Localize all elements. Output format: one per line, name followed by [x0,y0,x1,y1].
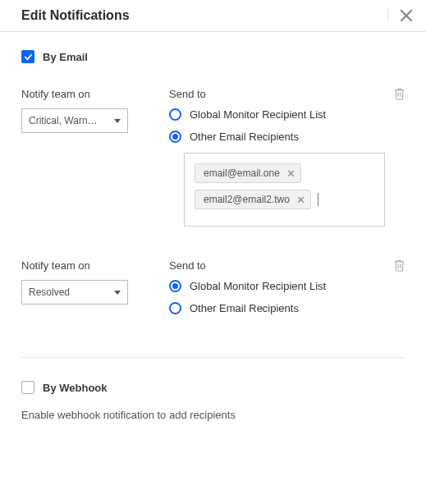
notification-block-2: Notify team on Resolved Send to Global M… [21,259,405,324]
trash-icon [394,88,405,100]
radio-global-1-label: Global Monitor Recipient List [190,108,326,121]
webhook-section: By Webhook [0,358,426,409]
close-button[interactable] [387,9,413,22]
block2-left: Notify team on Resolved [21,259,144,324]
email-recipients-input[interactable]: email@email.one ✕ email2@email2.two ✕ [184,153,385,227]
severity-select-1-value: Critical, Warn… [29,115,109,126]
radio-other-2-label: Other Email Recipients [190,302,299,314]
dialog-title: Edit Notifications [21,8,130,23]
by-email-label: By Email [43,51,88,63]
caret-down-icon [114,119,121,123]
dialog-header: Edit Notifications [0,0,426,32]
radio-row-other-1: Other Email Recipients [169,131,385,143]
trash-icon [394,259,405,272]
notify-team-label-1: Notify team on [21,88,144,100]
email-chip-text: email2@email2.two [204,194,290,205]
close-icon [400,9,413,22]
send-to-label-1: Send to [169,88,385,100]
caret-down-icon [114,291,121,295]
by-email-checkbox[interactable] [21,50,34,63]
delete-block-1-button[interactable] [394,88,405,103]
block1-right: Send to Global Monitor Recipient List Ot… [169,88,405,227]
notify-team-label-2: Notify team on [21,259,144,272]
severity-select-2-value: Resolved [29,286,109,298]
radio-global-2[interactable] [169,280,181,292]
severity-select-2[interactable]: Resolved [21,280,128,305]
delete-block-2-button[interactable] [394,259,405,274]
text-cursor [318,193,318,206]
radio-global-2-label: Global Monitor Recipient List [190,280,326,292]
radio-other-1[interactable] [169,131,181,143]
radio-row-global-2: Global Monitor Recipient List [169,280,385,292]
check-icon [24,53,33,62]
by-email-row: By Email [21,50,405,63]
remove-chip-button[interactable]: ✕ [296,195,305,205]
block2-right: Send to Global Monitor Recipient List Ot… [169,259,405,324]
by-webhook-checkbox[interactable] [21,381,34,394]
notification-block-1: Notify team on Critical, Warn… Send to G… [21,88,405,227]
email-chip-text: email@email.one [204,167,280,179]
radio-row-other-2: Other Email Recipients [169,302,385,314]
radio-other-1-label: Other Email Recipients [190,131,299,143]
by-webhook-row: By Webhook [21,381,405,394]
radio-row-global-1: Global Monitor Recipient List [169,108,385,121]
email-chip: email2@email2.two ✕ [195,190,311,209]
by-webhook-label: By Webhook [43,382,108,394]
webhook-hint: Enable webhook notification to add recip… [0,409,426,438]
send-to-label-2: Send to [169,259,385,272]
email-chip: email@email.one ✕ [195,163,301,183]
severity-select-1[interactable]: Critical, Warn… [21,108,128,133]
remove-chip-button[interactable]: ✕ [286,168,295,179]
block1-left: Notify team on Critical, Warn… [21,88,144,227]
radio-other-2[interactable] [169,302,181,314]
email-section: By Email Notify team on Critical, Warn… … [0,32,426,324]
radio-global-1[interactable] [169,108,181,121]
